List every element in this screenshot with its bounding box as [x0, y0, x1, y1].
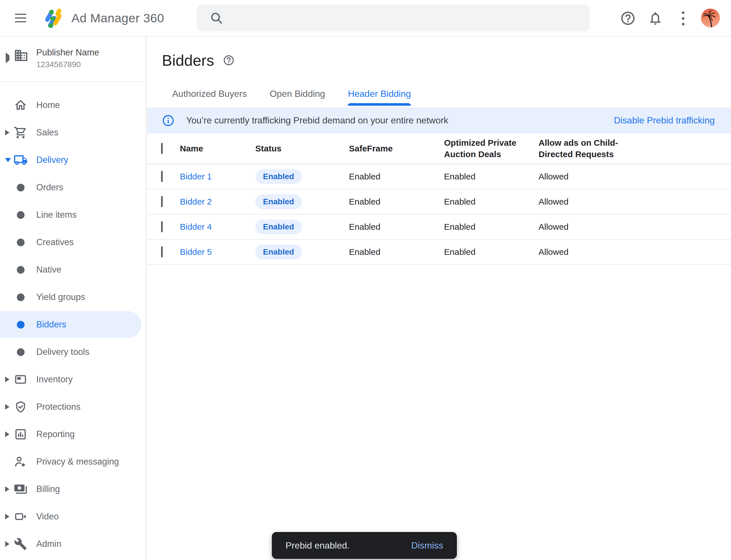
expand-right-icon: [5, 475, 9, 503]
publisher-id: 1234567890: [36, 60, 81, 69]
status-badge: Enabled: [255, 169, 302, 184]
safeframe-value: Enabled: [349, 222, 444, 232]
expand-right-icon: [5, 503, 9, 530]
publisher-name: Publisher Name: [36, 47, 99, 58]
row-checkbox[interactable]: [161, 221, 163, 232]
tab-authorized-buyers[interactable]: Authorized Buyers: [172, 83, 247, 106]
toast: Prebid enabled. Dismiss: [272, 532, 457, 559]
expand-right-icon: [5, 421, 9, 448]
home-icon: [13, 91, 29, 119]
notifications-icon[interactable]: [646, 9, 664, 27]
bidder-link[interactable]: Bidder 2: [180, 197, 212, 206]
title-help-icon[interactable]: [223, 54, 235, 66]
bullet-icon: [13, 311, 29, 338]
optimized-deals-value: Enabled: [444, 222, 538, 232]
app-title: Ad Manager 360: [71, 11, 164, 25]
sidebar-item-inventory[interactable]: Inventory: [0, 366, 146, 393]
table-row: Bidder 2 Enabled Enabled Enabled Allowed: [147, 189, 731, 215]
child-directed-value: Allowed: [538, 247, 731, 257]
expand-down-icon: [5, 146, 11, 174]
optimized-deals-value: Enabled: [444, 247, 538, 257]
search-input[interactable]: [233, 13, 581, 24]
menu-icon[interactable]: [15, 14, 26, 22]
status-badge: Enabled: [255, 219, 302, 234]
table-row: Bidder 4 Enabled Enabled Enabled Allowed: [147, 215, 731, 240]
table-row: Bidder 1 Enabled Enabled Enabled Allowed: [147, 164, 731, 189]
shield-check-icon: [13, 393, 29, 421]
row-checkbox[interactable]: [161, 246, 163, 257]
col-header-status: Status: [255, 143, 349, 154]
help-icon[interactable]: [619, 9, 637, 27]
bullet-icon: [13, 338, 29, 366]
tab-bar: Authorized Buyers Open Bidding Header Bi…: [147, 83, 731, 106]
optimized-deals-value: Enabled: [444, 197, 538, 207]
truck-icon: [13, 146, 29, 174]
row-checkbox[interactable]: [161, 171, 163, 182]
page-title: Bidders: [162, 51, 214, 69]
select-all-checkbox[interactable]: [161, 143, 163, 154]
toast-message: Prebid enabled.: [286, 540, 350, 551]
expand-right-icon: [5, 393, 9, 421]
status-badge: Enabled: [255, 194, 302, 209]
bidder-link[interactable]: Bidder 1: [180, 172, 212, 181]
sidebar-item-reporting[interactable]: Reporting: [0, 421, 146, 448]
sidebar-item-video[interactable]: Video: [0, 503, 146, 530]
sidebar-item-billing[interactable]: Billing: [0, 475, 146, 503]
col-header-allow-ads-child-directed: Allow ads on Child-Directed Requests: [538, 137, 627, 160]
sidebar: Publisher Name 1234567890 Home Sales Del…: [0, 37, 147, 560]
bullet-icon: [13, 283, 29, 311]
sidebar-item-native[interactable]: Native: [0, 256, 146, 283]
col-header-optimized-private-auction-deals: Optimized Private Auction Deals: [444, 137, 532, 160]
bar-chart-icon: [13, 421, 29, 448]
avatar[interactable]: [701, 9, 720, 27]
banner-message: You’re currently trafficking Prebid dema…: [186, 115, 448, 126]
wrench-icon: [13, 530, 29, 558]
child-directed-value: Allowed: [538, 172, 731, 181]
sidebar-item-sales[interactable]: Sales: [0, 119, 146, 146]
bidder-link[interactable]: Bidder 5: [180, 247, 212, 257]
sidebar-item-line-items[interactable]: Line items: [0, 201, 146, 229]
safeframe-value: Enabled: [349, 247, 444, 257]
sidebar-item-home[interactable]: Home: [0, 91, 146, 119]
sidebar-item-yield-groups[interactable]: Yield groups: [0, 283, 146, 311]
sidebar-item-admin[interactable]: Admin: [0, 530, 146, 558]
expand-right-icon: [6, 55, 9, 61]
expand-right-icon: [5, 366, 9, 393]
child-directed-value: Allowed: [538, 197, 731, 207]
bullet-icon: [13, 201, 29, 229]
bullet-icon: [13, 174, 29, 201]
sidebar-item-delivery[interactable]: Delivery: [0, 146, 146, 174]
disable-prebid-link[interactable]: Disable Prebid trafficking: [614, 115, 715, 126]
bullet-icon: [13, 256, 29, 283]
expand-right-icon: [5, 119, 9, 146]
payments-icon: [13, 475, 29, 503]
tab-header-bidding[interactable]: Header Bidding: [348, 83, 411, 106]
sidebar-item-delivery-tools[interactable]: Delivery tools: [0, 338, 146, 366]
publisher-switcher[interactable]: Publisher Name 1234567890: [0, 37, 146, 82]
child-directed-value: Allowed: [538, 222, 731, 232]
search-bar[interactable]: [197, 5, 589, 31]
more-vert-icon[interactable]: [674, 9, 692, 27]
table-header: Name Status SafeFrame Optimized Private …: [147, 133, 731, 164]
toast-dismiss-button[interactable]: Dismiss: [411, 540, 443, 551]
safeframe-value: Enabled: [349, 172, 444, 181]
info-icon: [162, 114, 175, 127]
prebid-banner: You’re currently trafficking Prebid dema…: [147, 107, 731, 133]
col-header-safeframe: SafeFrame: [349, 143, 444, 154]
bidder-link[interactable]: Bidder 4: [180, 222, 212, 231]
sidebar-item-bidders[interactable]: Bidders: [0, 311, 146, 338]
sidebar-item-protections[interactable]: Protections: [0, 393, 146, 421]
sidebar-item-privacy-messaging[interactable]: Privacy & messaging: [0, 448, 146, 475]
tab-open-bidding[interactable]: Open Bidding: [270, 83, 325, 106]
person-privacy-icon: [13, 448, 29, 475]
sidebar-item-creatives[interactable]: Creatives: [0, 229, 146, 256]
main-content: Bidders Authorized Buyers Open Bidding H…: [147, 37, 731, 560]
sidebar-item-orders[interactable]: Orders: [0, 174, 146, 201]
cart-icon: [13, 119, 29, 146]
optimized-deals-value: Enabled: [444, 172, 538, 181]
status-badge: Enabled: [255, 245, 302, 259]
table-row: Bidder 5 Enabled Enabled Enabled Allowed: [147, 240, 731, 265]
topbar: Ad Manager 360: [0, 0, 731, 37]
ad-manager-logo[interactable]: [42, 7, 65, 29]
row-checkbox[interactable]: [161, 196, 163, 207]
